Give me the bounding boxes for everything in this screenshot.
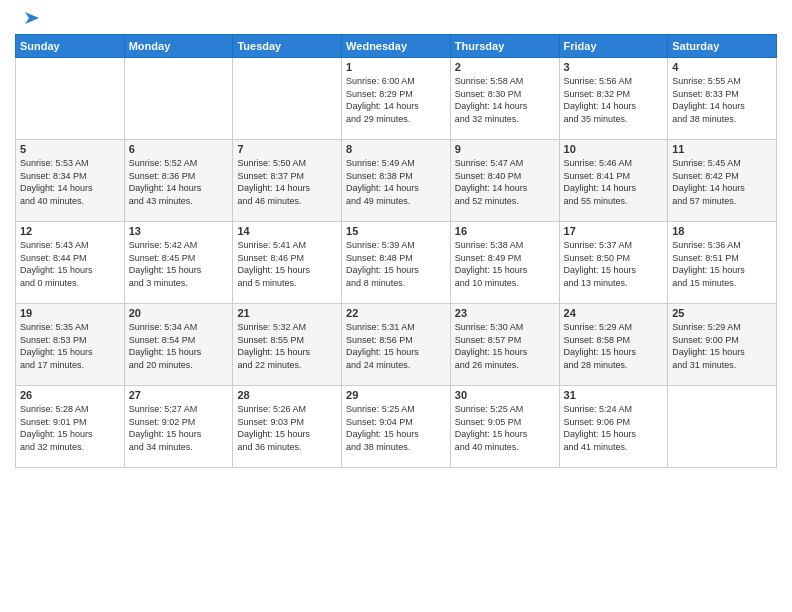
calendar-cell: 29Sunrise: 5:25 AM Sunset: 9:04 PM Dayli… — [342, 386, 451, 468]
calendar-cell: 17Sunrise: 5:37 AM Sunset: 8:50 PM Dayli… — [559, 222, 668, 304]
calendar-cell: 15Sunrise: 5:39 AM Sunset: 8:48 PM Dayli… — [342, 222, 451, 304]
day-number: 11 — [672, 143, 772, 155]
day-number: 27 — [129, 389, 229, 401]
calendar-cell: 19Sunrise: 5:35 AM Sunset: 8:53 PM Dayli… — [16, 304, 125, 386]
weekday-header-friday: Friday — [559, 35, 668, 58]
logo-bird-icon — [17, 10, 39, 28]
day-number: 1 — [346, 61, 446, 73]
day-number: 9 — [455, 143, 555, 155]
calendar-week-row: 5Sunrise: 5:53 AM Sunset: 8:34 PM Daylig… — [16, 140, 777, 222]
calendar-week-row: 1Sunrise: 6:00 AM Sunset: 8:29 PM Daylig… — [16, 58, 777, 140]
cell-info: Sunrise: 5:50 AM Sunset: 8:37 PM Dayligh… — [237, 157, 337, 207]
weekday-header-tuesday: Tuesday — [233, 35, 342, 58]
cell-info: Sunrise: 5:53 AM Sunset: 8:34 PM Dayligh… — [20, 157, 120, 207]
day-number: 29 — [346, 389, 446, 401]
calendar-week-row: 12Sunrise: 5:43 AM Sunset: 8:44 PM Dayli… — [16, 222, 777, 304]
calendar-cell: 18Sunrise: 5:36 AM Sunset: 8:51 PM Dayli… — [668, 222, 777, 304]
cell-info: Sunrise: 5:25 AM Sunset: 9:04 PM Dayligh… — [346, 403, 446, 453]
page-container: SundayMondayTuesdayWednesdayThursdayFrid… — [0, 0, 792, 612]
calendar-cell: 3Sunrise: 5:56 AM Sunset: 8:32 PM Daylig… — [559, 58, 668, 140]
calendar-cell: 10Sunrise: 5:46 AM Sunset: 8:41 PM Dayli… — [559, 140, 668, 222]
cell-info: Sunrise: 5:29 AM Sunset: 9:00 PM Dayligh… — [672, 321, 772, 371]
cell-info: Sunrise: 5:29 AM Sunset: 8:58 PM Dayligh… — [564, 321, 664, 371]
logo — [15, 10, 39, 26]
cell-info: Sunrise: 5:39 AM Sunset: 8:48 PM Dayligh… — [346, 239, 446, 289]
cell-info: Sunrise: 5:49 AM Sunset: 8:38 PM Dayligh… — [346, 157, 446, 207]
calendar-header: SundayMondayTuesdayWednesdayThursdayFrid… — [16, 35, 777, 58]
cell-info: Sunrise: 5:35 AM Sunset: 8:53 PM Dayligh… — [20, 321, 120, 371]
weekday-header-sunday: Sunday — [16, 35, 125, 58]
calendar-cell: 8Sunrise: 5:49 AM Sunset: 8:38 PM Daylig… — [342, 140, 451, 222]
weekday-header-thursday: Thursday — [450, 35, 559, 58]
calendar-cell: 23Sunrise: 5:30 AM Sunset: 8:57 PM Dayli… — [450, 304, 559, 386]
cell-info: Sunrise: 5:28 AM Sunset: 9:01 PM Dayligh… — [20, 403, 120, 453]
day-number: 17 — [564, 225, 664, 237]
day-number: 6 — [129, 143, 229, 155]
day-number: 28 — [237, 389, 337, 401]
cell-info: Sunrise: 5:52 AM Sunset: 8:36 PM Dayligh… — [129, 157, 229, 207]
day-number: 13 — [129, 225, 229, 237]
calendar-cell: 27Sunrise: 5:27 AM Sunset: 9:02 PM Dayli… — [124, 386, 233, 468]
day-number: 8 — [346, 143, 446, 155]
header — [15, 10, 777, 26]
cell-info: Sunrise: 5:30 AM Sunset: 8:57 PM Dayligh… — [455, 321, 555, 371]
cell-info: Sunrise: 5:47 AM Sunset: 8:40 PM Dayligh… — [455, 157, 555, 207]
cell-info: Sunrise: 5:32 AM Sunset: 8:55 PM Dayligh… — [237, 321, 337, 371]
day-number: 18 — [672, 225, 772, 237]
calendar-cell — [124, 58, 233, 140]
day-number: 24 — [564, 307, 664, 319]
day-number: 21 — [237, 307, 337, 319]
cell-info: Sunrise: 5:26 AM Sunset: 9:03 PM Dayligh… — [237, 403, 337, 453]
calendar-cell: 9Sunrise: 5:47 AM Sunset: 8:40 PM Daylig… — [450, 140, 559, 222]
cell-info: Sunrise: 6:00 AM Sunset: 8:29 PM Dayligh… — [346, 75, 446, 125]
day-number: 23 — [455, 307, 555, 319]
day-number: 25 — [672, 307, 772, 319]
cell-info: Sunrise: 5:25 AM Sunset: 9:05 PM Dayligh… — [455, 403, 555, 453]
calendar-cell: 5Sunrise: 5:53 AM Sunset: 8:34 PM Daylig… — [16, 140, 125, 222]
calendar-cell: 31Sunrise: 5:24 AM Sunset: 9:06 PM Dayli… — [559, 386, 668, 468]
calendar-cell — [668, 386, 777, 468]
cell-info: Sunrise: 5:55 AM Sunset: 8:33 PM Dayligh… — [672, 75, 772, 125]
weekday-header-monday: Monday — [124, 35, 233, 58]
cell-info: Sunrise: 5:45 AM Sunset: 8:42 PM Dayligh… — [672, 157, 772, 207]
calendar-cell: 25Sunrise: 5:29 AM Sunset: 9:00 PM Dayli… — [668, 304, 777, 386]
cell-info: Sunrise: 5:24 AM Sunset: 9:06 PM Dayligh… — [564, 403, 664, 453]
calendar-cell: 1Sunrise: 6:00 AM Sunset: 8:29 PM Daylig… — [342, 58, 451, 140]
weekday-header-wednesday: Wednesday — [342, 35, 451, 58]
calendar-cell: 28Sunrise: 5:26 AM Sunset: 9:03 PM Dayli… — [233, 386, 342, 468]
calendar-cell: 4Sunrise: 5:55 AM Sunset: 8:33 PM Daylig… — [668, 58, 777, 140]
calendar-week-row: 19Sunrise: 5:35 AM Sunset: 8:53 PM Dayli… — [16, 304, 777, 386]
day-number: 31 — [564, 389, 664, 401]
calendar-cell: 2Sunrise: 5:58 AM Sunset: 8:30 PM Daylig… — [450, 58, 559, 140]
cell-info: Sunrise: 5:37 AM Sunset: 8:50 PM Dayligh… — [564, 239, 664, 289]
calendar-cell: 13Sunrise: 5:42 AM Sunset: 8:45 PM Dayli… — [124, 222, 233, 304]
day-number: 19 — [20, 307, 120, 319]
calendar-cell: 16Sunrise: 5:38 AM Sunset: 8:49 PM Dayli… — [450, 222, 559, 304]
day-number: 12 — [20, 225, 120, 237]
day-number: 7 — [237, 143, 337, 155]
cell-info: Sunrise: 5:56 AM Sunset: 8:32 PM Dayligh… — [564, 75, 664, 125]
day-number: 5 — [20, 143, 120, 155]
day-number: 3 — [564, 61, 664, 73]
calendar-cell: 11Sunrise: 5:45 AM Sunset: 8:42 PM Dayli… — [668, 140, 777, 222]
weekday-header-row: SundayMondayTuesdayWednesdayThursdayFrid… — [16, 35, 777, 58]
calendar-week-row: 26Sunrise: 5:28 AM Sunset: 9:01 PM Dayli… — [16, 386, 777, 468]
cell-info: Sunrise: 5:43 AM Sunset: 8:44 PM Dayligh… — [20, 239, 120, 289]
day-number: 10 — [564, 143, 664, 155]
calendar-cell: 7Sunrise: 5:50 AM Sunset: 8:37 PM Daylig… — [233, 140, 342, 222]
cell-info: Sunrise: 5:46 AM Sunset: 8:41 PM Dayligh… — [564, 157, 664, 207]
calendar-cell: 24Sunrise: 5:29 AM Sunset: 8:58 PM Dayli… — [559, 304, 668, 386]
cell-info: Sunrise: 5:38 AM Sunset: 8:49 PM Dayligh… — [455, 239, 555, 289]
calendar-table: SundayMondayTuesdayWednesdayThursdayFrid… — [15, 34, 777, 468]
calendar-cell: 6Sunrise: 5:52 AM Sunset: 8:36 PM Daylig… — [124, 140, 233, 222]
day-number: 20 — [129, 307, 229, 319]
calendar-cell: 14Sunrise: 5:41 AM Sunset: 8:46 PM Dayli… — [233, 222, 342, 304]
calendar-cell: 12Sunrise: 5:43 AM Sunset: 8:44 PM Dayli… — [16, 222, 125, 304]
calendar-cell — [16, 58, 125, 140]
day-number: 22 — [346, 307, 446, 319]
calendar-cell: 21Sunrise: 5:32 AM Sunset: 8:55 PM Dayli… — [233, 304, 342, 386]
cell-info: Sunrise: 5:41 AM Sunset: 8:46 PM Dayligh… — [237, 239, 337, 289]
cell-info: Sunrise: 5:31 AM Sunset: 8:56 PM Dayligh… — [346, 321, 446, 371]
day-number: 30 — [455, 389, 555, 401]
calendar-cell: 30Sunrise: 5:25 AM Sunset: 9:05 PM Dayli… — [450, 386, 559, 468]
